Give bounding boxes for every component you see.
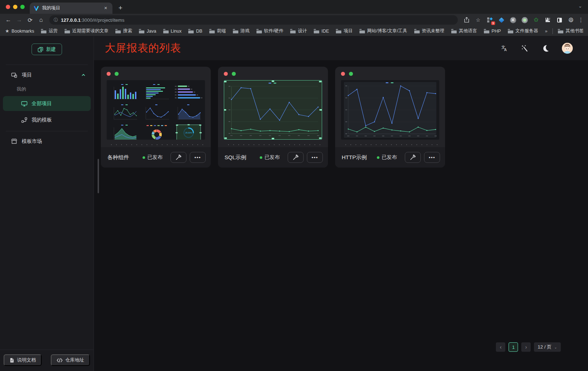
bookmark-folder[interactable]: PHP: [484, 29, 501, 34]
edit-project-button[interactable]: [170, 152, 186, 163]
bookmark-folder[interactable]: DB: [188, 29, 202, 34]
command-circle-icon: ⌘: [510, 17, 516, 23]
theme-wand-icon[interactable]: [521, 44, 529, 53]
mini-chart-area2: [110, 124, 139, 140]
red-dot: [107, 72, 111, 76]
mini-chart-hbars: [142, 83, 171, 101]
bookmark-folder[interactable]: Java: [139, 29, 156, 34]
project-card[interactable]: SQL示例 已发布 •••: [218, 67, 328, 168]
toolbar-icons: ☆ 9 ⌘ ✩ 😄: [461, 16, 576, 24]
sidebar-group-project[interactable]: 项目: [0, 68, 94, 82]
extensions-puzzle-icon[interactable]: [544, 16, 551, 24]
extension-tabs-icon[interactable]: 9: [486, 16, 493, 24]
chevron-up-icon[interactable]: [81, 73, 86, 77]
bookmark-folder[interactable]: 其他语言: [451, 28, 477, 34]
docs-button[interactable]: 说明文档: [4, 354, 42, 366]
more-icon: •••: [429, 155, 435, 160]
more-actions-button[interactable]: •••: [307, 152, 323, 163]
bookmark-label: DB: [196, 29, 202, 34]
page-size-select[interactable]: 12 / 页 ⌄: [534, 342, 561, 352]
folder-icon: [359, 29, 365, 33]
language-icon[interactable]: 文 A: [500, 44, 509, 53]
bookmark-folder[interactable]: 前端: [209, 28, 226, 34]
new-tab-button[interactable]: +: [115, 3, 126, 13]
extension-recorder-icon[interactable]: [521, 16, 528, 24]
bookmark-folder[interactable]: 资讯未整理: [414, 28, 445, 34]
scrollbar-thumb[interactable]: [98, 159, 99, 193]
bookmark-folder[interactable]: 运营: [41, 28, 58, 34]
folder-icon: [163, 29, 169, 33]
pagination: ‹ 1 › 12 / 页 ⌄: [496, 342, 561, 352]
status-label: 已发布: [147, 154, 163, 161]
folder-icon: [188, 29, 194, 33]
green-dot: [349, 72, 353, 76]
current-page-button[interactable]: 1: [509, 342, 518, 352]
template-icon: [21, 117, 28, 123]
bookmark-folder[interactable]: 搜索: [115, 28, 132, 34]
project-icon: [11, 72, 17, 78]
bookmark-label: 搜索: [123, 28, 132, 34]
bookmark-folder[interactable]: 文件服务器: [508, 28, 538, 34]
site-info-icon[interactable]: ⓘ: [54, 17, 58, 23]
docs-button-label: 说明文档: [17, 357, 36, 363]
bookmark-folder[interactable]: 软件/硬件: [256, 28, 283, 34]
reload-button[interactable]: ⟳: [25, 15, 35, 25]
bookmark-folder[interactable]: 设计: [290, 28, 307, 34]
repo-button[interactable]: 仓库地址: [51, 354, 90, 366]
window-close-button[interactable]: [6, 5, 10, 9]
more-actions-button[interactable]: •••: [190, 152, 206, 163]
bookmark-folder[interactable]: 游戏: [233, 28, 250, 34]
share-icon[interactable]: [463, 16, 470, 24]
sidebar-item-template-market[interactable]: 模板市场: [0, 134, 94, 149]
sidebar-item-label: 全部项目: [32, 100, 52, 107]
address-bar[interactable]: ⓘ 127.0.0.1:3000/#/project/items: [49, 15, 458, 25]
extension-evernote-icon[interactable]: ✩: [533, 16, 540, 24]
dark-mode-moon-icon[interactable]: [541, 44, 550, 53]
bookmark-label: Java: [147, 29, 156, 34]
bookmarks-overflow-icon[interactable]: »: [545, 29, 547, 34]
status-badge: 已发布: [260, 154, 280, 161]
sidebar-item-all-projects[interactable]: 全部项目: [3, 96, 91, 111]
bookmark-folder[interactable]: Linux: [163, 29, 182, 34]
tab-close-icon[interactable]: ✕: [103, 5, 109, 11]
user-avatar[interactable]: [562, 43, 573, 54]
bookmark-label: 近期需要读的文章: [72, 28, 108, 34]
bookmark-star-icon[interactable]: ☆: [474, 16, 482, 24]
new-project-button[interactable]: 新建: [32, 44, 62, 55]
sidebar-item-my-templates[interactable]: 我的模板: [3, 112, 91, 127]
green-dot: [232, 72, 236, 76]
window-zoom-button[interactable]: [20, 5, 25, 9]
extension-command-icon[interactable]: ⌘: [509, 16, 517, 24]
back-button[interactable]: ←: [4, 15, 13, 25]
other-bookmarks[interactable]: 其他书签: [558, 28, 584, 34]
bookmark-label: 资讯未整理: [422, 28, 445, 34]
hammer-icon: [410, 154, 416, 160]
edit-project-button[interactable]: [288, 152, 304, 163]
window-minimize-button[interactable]: [13, 5, 17, 9]
bookmark-label: 其他语言: [459, 28, 477, 34]
extension-gem-icon[interactable]: [498, 16, 505, 24]
folder-icon: [41, 29, 46, 33]
tab-search-icon[interactable]: ⌄: [578, 3, 582, 9]
bookmark-folder[interactable]: 网站/博客/文章/工具: [359, 28, 407, 34]
bookmarks-manager[interactable]: ★ Bookmarks: [5, 28, 34, 34]
browser-tab[interactable]: 我的项目 ✕: [30, 3, 112, 14]
home-button[interactable]: ⌂: [36, 15, 46, 25]
more-actions-button[interactable]: •••: [424, 152, 440, 163]
bookmark-folder[interactable]: IDE: [314, 29, 329, 34]
bookmark-folder[interactable]: 近期需要读的文章: [65, 28, 108, 34]
bookmark-folder[interactable]: 项目: [336, 28, 353, 34]
folder-icon: [233, 29, 238, 33]
repo-button-label: 仓库地址: [65, 357, 84, 363]
monitor-icon: [21, 100, 28, 107]
extension-darkreader-icon[interactable]: [556, 16, 563, 24]
extension-emoji-icon[interactable]: 😄: [567, 16, 575, 24]
card-footer: HTTP示例 已发布 •••: [335, 147, 445, 168]
project-card[interactable]: HTTP示例 已发布 •••: [335, 67, 445, 168]
prev-page-button[interactable]: ‹: [496, 342, 505, 352]
sidebar-divider: [6, 65, 88, 65]
project-card[interactable]: 25.00% 各种组件 已发布 •••: [101, 67, 211, 168]
edit-project-button[interactable]: [405, 152, 421, 163]
browser-menu-icon[interactable]: ⋮: [577, 17, 584, 23]
next-page-button[interactable]: ›: [521, 342, 531, 352]
